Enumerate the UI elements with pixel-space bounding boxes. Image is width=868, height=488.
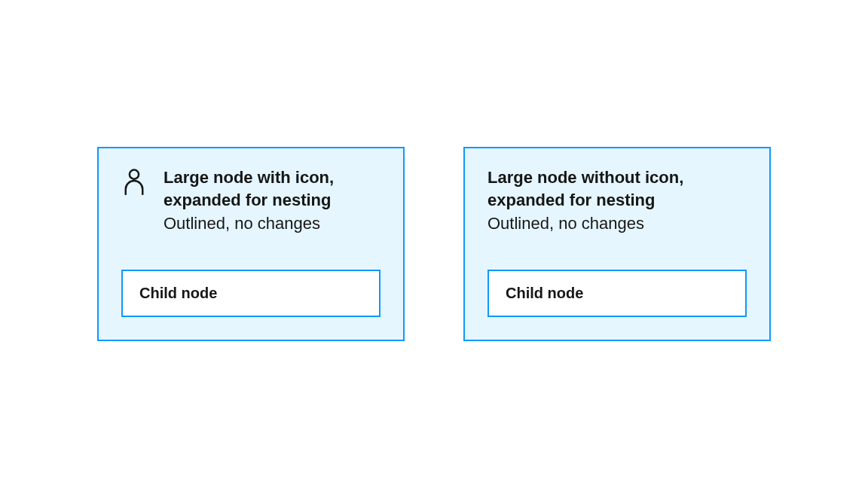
node-title-line2: expanded for nesting bbox=[487, 189, 683, 212]
node-text: Large node with icon, expanded for nesti… bbox=[164, 166, 334, 235]
node-card-without-icon: Large node without icon, expanded for ne… bbox=[463, 147, 771, 341]
node-subtitle: Outlined, no changes bbox=[164, 212, 334, 235]
node-title-line1: Large node without icon, bbox=[487, 166, 683, 189]
user-icon bbox=[121, 166, 147, 197]
node-card-with-icon: Large node with icon, expanded for nesti… bbox=[97, 147, 405, 341]
node-header: Large node without icon, expanded for ne… bbox=[487, 166, 747, 235]
node-header: Large node with icon, expanded for nesti… bbox=[121, 166, 381, 235]
node-subtitle: Outlined, no changes bbox=[487, 212, 683, 235]
svg-point-0 bbox=[130, 170, 139, 179]
child-node-label: Child node bbox=[506, 285, 729, 302]
node-title-line1: Large node with icon, bbox=[164, 166, 334, 189]
node-text: Large node without icon, expanded for ne… bbox=[487, 166, 683, 235]
child-node: Child node bbox=[121, 270, 381, 317]
node-title-line2: expanded for nesting bbox=[164, 189, 334, 212]
child-node-label: Child node bbox=[139, 285, 362, 302]
child-node: Child node bbox=[487, 270, 747, 317]
